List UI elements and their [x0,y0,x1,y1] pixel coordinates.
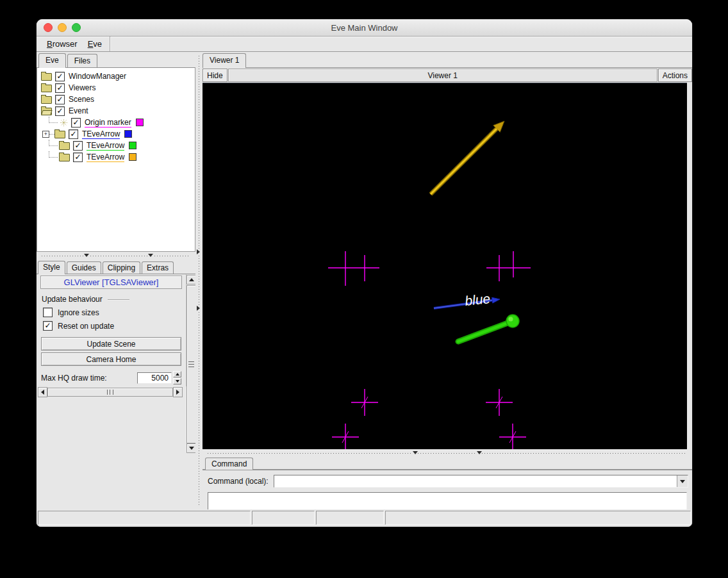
color-chip[interactable] [129,153,136,161]
eve-main-window: Eve Main Window Browser Eve Eve Files Wi… [37,19,692,527]
scroll-up-icon[interactable] [186,275,196,285]
tree-item-viewers[interactable]: Viewers [37,82,195,94]
tab-files[interactable]: Files [67,54,97,67]
reset-on-update-checkbox[interactable] [43,321,53,331]
color-chip[interactable] [124,130,132,138]
max-hq-row: Max HQ draw time: 5000 [41,371,181,384]
menu-eve[interactable]: Eve [83,38,107,50]
tree-connector [49,117,58,123]
editor-horizontal-scrollbar[interactable] [38,387,183,397]
gl-scene[interactable]: blue [203,83,687,449]
gl-viewport[interactable]: blue [203,83,687,449]
ignore-sizes-checkbox[interactable] [43,308,53,317]
splitter-arrow-icon [84,254,89,257]
viewer-toolbar: Hide Viewer 1 Actions [203,68,692,83]
spin-up-icon[interactable] [173,371,181,377]
update-scene-button[interactable]: Update Scene [41,337,181,351]
splitter-arrow-icon [148,254,153,257]
tree-item-label: Scenes [69,95,94,104]
tree-item-label: Viewers [69,83,95,93]
folder-icon [54,131,65,138]
menu-browser[interactable]: Browser [42,38,83,50]
titlebar[interactable]: Eve Main Window [37,19,692,37]
camera-home-button[interactable]: Camera Home [41,352,181,366]
editor-vertical-scrollbar[interactable] [186,274,196,386]
spin-down-icon[interactable] [173,378,181,384]
tab-extras[interactable]: Extras [142,261,174,274]
scrollbar-thumb[interactable] [47,388,173,397]
item-checkbox[interactable] [55,72,65,81]
svg-text:blue: blue [464,291,491,308]
marker-icon [60,119,68,127]
update-behaviour-group: Update behaviour [42,295,181,304]
splitter-arrow-icon [413,451,418,454]
command-combobox[interactable] [274,475,688,488]
gl-viewer-editor: GLViewer [TGLSAViewer] Update behaviour … [37,274,186,386]
eve-tree: WindowManager Viewers Scenes Event [37,68,195,252]
reset-on-update-row: Reset on update [43,321,186,331]
group-label: Update behaviour [42,295,103,304]
close-button[interactable] [44,23,53,32]
tree-item-label: TEveArrow [82,129,120,139]
status-cell [316,511,384,525]
scroll-left-icon[interactable] [38,387,47,397]
item-checkbox[interactable] [71,118,81,128]
hide-button[interactable]: Hide [203,69,228,82]
left-panel: Eve Files WindowManager Viewers Scen [37,52,195,509]
item-checkbox[interactable] [55,95,65,104]
zoom-button[interactable] [72,23,81,32]
item-checkbox[interactable] [69,129,78,139]
max-hq-input[interactable]: 5000 [137,372,172,384]
tab-clipping[interactable]: Clipping [103,261,140,274]
tree-editor-splitter[interactable] [37,252,195,260]
tree-item-scenes[interactable]: Scenes [37,94,195,105]
editor-header: GLViewer [TGLSAViewer] [40,276,182,289]
menubar: Browser Eve [37,37,692,52]
tree-item-tevearrow-green[interactable]: TEveArrow [37,140,195,151]
tab-guides[interactable]: Guides [67,261,101,274]
splitter-arrow-icon [197,249,200,254]
tab-eve[interactable]: Eve [38,53,66,68]
command-input[interactable] [274,475,677,487]
command-panel: Command Command (local): [203,457,692,509]
folder-icon [59,142,70,150]
color-chip[interactable] [129,142,136,149]
viewer-title: Viewer 1 [228,69,658,82]
tree-item-label: TEveArrow [87,141,124,151]
command-label: Command (local): [208,477,269,486]
tree-item-tevearrow-blue[interactable]: + TEveArrow [37,128,195,140]
tree-item-label: WindowManager [69,72,126,81]
folder-icon [41,96,52,104]
open-folder-icon [41,108,52,115]
combo-dropdown-icon[interactable] [677,475,688,487]
color-chip[interactable] [136,119,144,126]
scroll-right-icon[interactable] [173,387,183,397]
tree-item-label: TEveArrow [87,153,124,162]
tree-item-event[interactable]: Event [37,105,195,117]
tree-item-windowmanager[interactable]: WindowManager [37,70,195,82]
ignore-sizes-row: Ignore sizes [43,308,186,317]
tree-item-origin-marker[interactable]: Origin marker [37,117,195,128]
checkbox-label: Ignore sizes [58,308,99,317]
item-checkbox[interactable] [55,83,65,93]
status-cell [38,511,251,525]
item-checkbox[interactable] [55,106,65,116]
tab-style[interactable]: Style [38,261,65,274]
tree-item-tevearrow-orange[interactable]: TEveArrow [37,151,195,163]
tree-connector [49,140,58,146]
actions-button[interactable]: Actions [658,69,692,82]
minimize-button[interactable] [58,23,67,32]
item-checkbox[interactable] [73,141,83,151]
status-cell [252,511,315,525]
traffic-lights [44,23,81,32]
tab-command[interactable]: Command [205,458,253,470]
splitter-arrow-icon [477,451,482,454]
folder-icon [59,154,70,161]
tab-viewer-1[interactable]: Viewer 1 [203,53,246,68]
expand-icon[interactable]: + [42,131,49,138]
panel-splitter[interactable] [195,52,203,509]
editor-tabbar: Style Guides Clipping Extras [37,260,195,274]
checkbox-label: Reset on update [58,322,114,331]
item-checkbox[interactable] [73,153,83,162]
viewer-command-splitter[interactable] [203,449,692,457]
